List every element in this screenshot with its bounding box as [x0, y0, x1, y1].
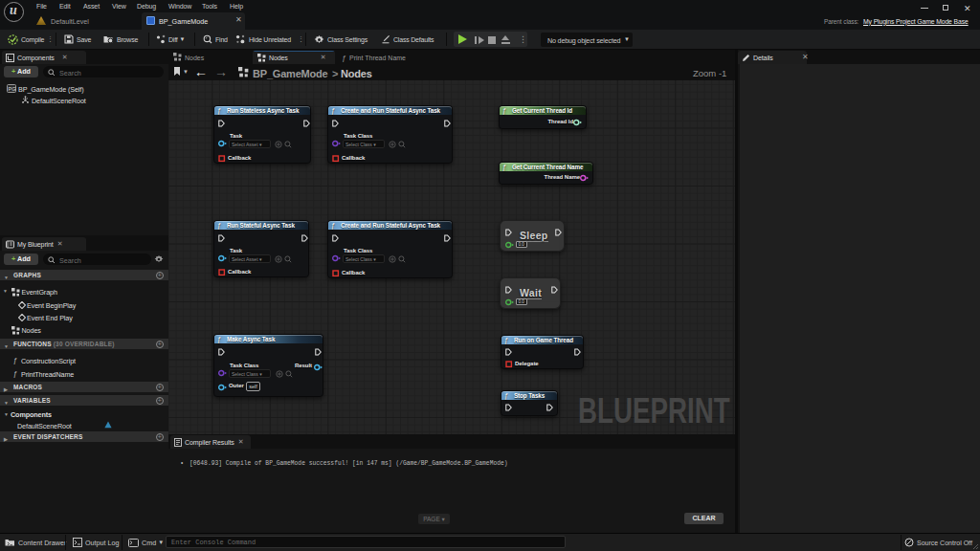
svg-text:PG: PG	[9, 86, 16, 92]
